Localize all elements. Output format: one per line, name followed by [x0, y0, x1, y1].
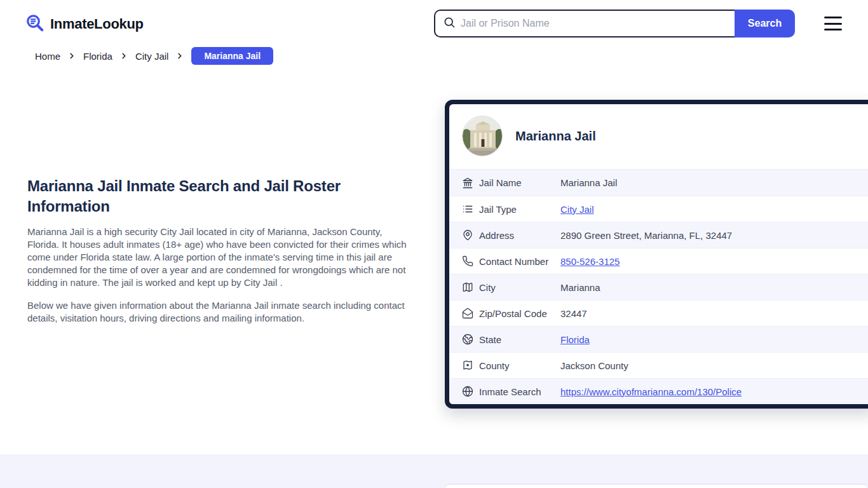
table-row-contact-number: Contact Number 850-526-3125	[449, 248, 868, 274]
search-input[interactable]	[461, 18, 727, 29]
breadcrumb-city-jail[interactable]: City Jail	[135, 51, 169, 62]
jail-card-header: Marianna Jail	[449, 104, 868, 169]
breadcrumb-florida[interactable]: Florida	[83, 51, 112, 62]
breadcrumb-home[interactable]: Home	[35, 51, 60, 62]
globe-icon	[462, 386, 479, 397]
row-label: County	[479, 360, 560, 371]
row-label: Address	[479, 230, 560, 241]
site-search: Search	[434, 10, 795, 37]
row-label: Zip/Postal Code	[479, 308, 560, 319]
magnifier-list-icon	[25, 13, 44, 35]
chevron-right-icon	[119, 51, 128, 60]
hamburger-menu-icon[interactable]	[824, 17, 842, 30]
row-label: Jail Name	[479, 177, 560, 188]
page-title: Marianna Jail Inmate Search and Jail Ros…	[27, 176, 358, 217]
intro-paragraph: Below we have given information about th…	[27, 299, 409, 325]
table-row-state: State Florida	[449, 326, 868, 352]
search-icon	[443, 16, 456, 31]
jail-type-link[interactable]: City Jail	[560, 204, 594, 215]
table-row-inmate-search: Inmate Search https://www.cityofmarianna…	[449, 378, 868, 404]
row-value: Marianna Jail	[560, 177, 617, 188]
map-pin-icon	[462, 229, 479, 241]
row-label: Contact Number	[479, 256, 560, 267]
intro-text: Marianna Jail is a high security City Ja…	[27, 226, 409, 325]
county-map-icon	[462, 360, 479, 371]
brand-logo[interactable]: InmateLookup	[25, 13, 144, 35]
row-label: City	[479, 282, 560, 293]
search-button[interactable]: Search	[735, 10, 795, 37]
row-value: Jackson County	[560, 360, 628, 371]
row-value: Marianna	[560, 282, 600, 293]
landmark-icon	[462, 177, 479, 189]
row-value: 32447	[560, 308, 587, 319]
earth-icon	[462, 334, 479, 345]
table-row-city: City Marianna	[449, 274, 868, 300]
phone-icon	[462, 255, 479, 267]
next-section-card-edge	[445, 485, 868, 488]
table-row-county: County Jackson County	[449, 352, 868, 378]
state-link[interactable]: Florida	[560, 334, 590, 345]
map-icon	[462, 281, 479, 293]
row-value: 2890 Green Street, Marianna, FL, 32447	[560, 230, 732, 241]
row-label: Inmate Search	[479, 386, 560, 397]
jail-details-table: Jail Name Marianna Jail Jail Type City J…	[449, 169, 868, 404]
table-row-jail-name: Jail Name Marianna Jail	[449, 170, 868, 196]
next-section-band	[0, 454, 868, 488]
list-icon	[462, 203, 479, 215]
intro-paragraph: Marianna Jail is a high security City Ja…	[27, 226, 409, 289]
table-row-jail-type: Jail Type City Jail	[449, 196, 868, 222]
page: InmateLookup Search Home Florida City Ja…	[0, 0, 868, 488]
breadcrumb: Home Florida City Jail Marianna Jail	[35, 47, 273, 65]
row-label: Jail Type	[479, 204, 560, 215]
chevron-right-icon	[175, 51, 184, 60]
inmate-search-link[interactable]: https://www.cityofmarianna.com/130/Polic…	[560, 386, 742, 397]
table-row-zip: Zip/Postal Code 32447	[449, 300, 868, 326]
jail-photo	[462, 116, 503, 156]
row-label: State	[479, 334, 560, 345]
jail-card-title: Marianna Jail	[515, 129, 596, 144]
breadcrumb-current-badge: Marianna Jail	[191, 47, 273, 65]
chevron-right-icon	[67, 51, 76, 60]
mail-open-icon	[462, 308, 479, 319]
brand-name: InmateLookup	[50, 16, 144, 32]
jail-info-card: Marianna Jail Jail Name Marianna Jail Ja…	[445, 100, 868, 409]
search-input-box	[434, 10, 735, 37]
contact-number-link[interactable]: 850-526-3125	[560, 256, 620, 267]
table-row-address: Address 2890 Green Street, Marianna, FL,…	[449, 222, 868, 248]
